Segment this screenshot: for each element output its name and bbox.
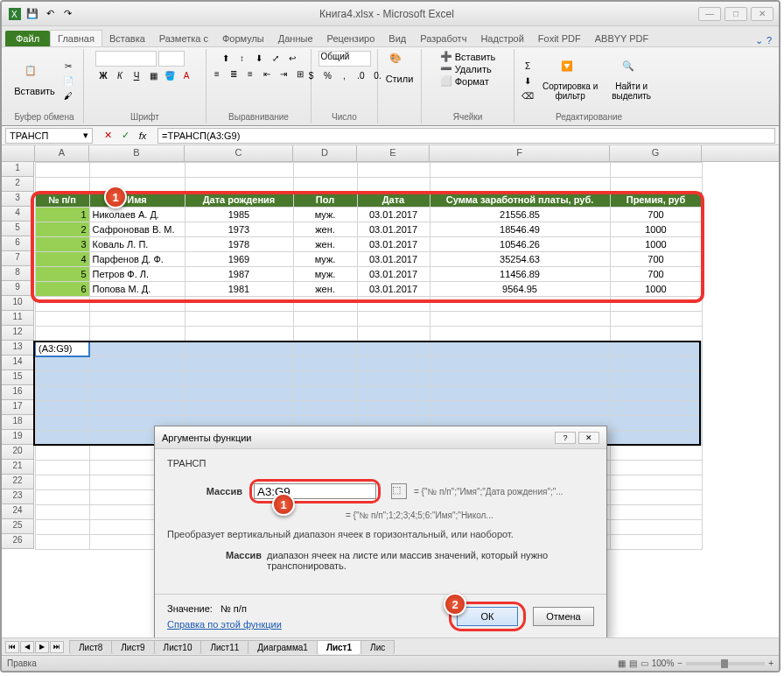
- range-picker-icon[interactable]: ⬚: [391, 483, 407, 499]
- sheet-tab[interactable]: Диаграмма1: [248, 640, 318, 654]
- fill-icon[interactable]: ⬇: [520, 74, 536, 88]
- align-top-icon[interactable]: ⬆: [218, 51, 234, 65]
- text-color-icon[interactable]: A: [178, 68, 194, 82]
- chevron-down-icon[interactable]: ▾: [83, 130, 88, 141]
- cut-icon[interactable]: ✂: [60, 59, 76, 73]
- sheet-nav-last[interactable]: ⏭: [50, 641, 64, 653]
- dec-inc-icon[interactable]: .0: [354, 68, 369, 82]
- tab-review[interactable]: Рецензиро: [320, 31, 382, 46]
- tab-layout[interactable]: Разметка с: [152, 31, 215, 46]
- zoom-out-icon[interactable]: −: [677, 658, 682, 668]
- border-icon[interactable]: ▦: [145, 68, 161, 82]
- row-header[interactable]: 7: [2, 251, 34, 266]
- col-header[interactable]: D: [293, 145, 357, 161]
- row-header[interactable]: 5: [2, 222, 34, 236]
- tab-formulas[interactable]: Формулы: [215, 31, 271, 46]
- italic-icon[interactable]: К: [112, 68, 128, 82]
- orientation-icon[interactable]: ⤢: [268, 51, 284, 65]
- row-header[interactable]: 24: [2, 504, 34, 519]
- paste-button[interactable]: 📋 Вставить: [12, 63, 57, 98]
- cancel-button[interactable]: Отмена: [533, 607, 594, 626]
- tab-data[interactable]: Данные: [271, 31, 320, 46]
- row-header[interactable]: 18: [2, 415, 34, 430]
- argument-input[interactable]: [254, 483, 376, 499]
- align-center-icon[interactable]: ≣: [226, 67, 242, 81]
- bold-icon[interactable]: Ж: [95, 68, 111, 82]
- sheet-tab[interactable]: Лист11: [200, 640, 248, 654]
- sheet-tab[interactable]: Лист9: [111, 640, 154, 654]
- indent-dec-icon[interactable]: ⇤: [259, 67, 275, 81]
- format-painter-icon[interactable]: 🖌: [60, 88, 76, 102]
- function-help-link[interactable]: Справка по этой функции: [167, 619, 282, 630]
- row-header[interactable]: 16: [2, 385, 34, 400]
- tab-view[interactable]: Вид: [382, 31, 413, 46]
- dialog-close-icon[interactable]: ✕: [578, 432, 599, 444]
- row-header[interactable]: 21: [2, 460, 34, 475]
- row-header[interactable]: 13: [2, 341, 34, 356]
- fx-icon[interactable]: fx: [135, 128, 150, 144]
- view-normal-icon[interactable]: ▦: [618, 658, 626, 668]
- format-cell-icon[interactable]: ⬜: [440, 75, 452, 87]
- col-header[interactable]: B: [89, 145, 185, 161]
- row-header[interactable]: 20: [2, 445, 34, 460]
- row-header[interactable]: 15: [2, 370, 34, 385]
- delete-cell-icon[interactable]: ➖: [440, 63, 452, 74]
- col-header[interactable]: G: [610, 145, 702, 161]
- clear-icon[interactable]: ⌫: [520, 88, 536, 102]
- row-header[interactable]: 10: [2, 296, 34, 311]
- wrap-text-icon[interactable]: ↩: [284, 51, 300, 65]
- sheet-tab[interactable]: Лист8: [69, 640, 112, 654]
- view-break-icon[interactable]: ▭: [640, 658, 648, 668]
- row-header[interactable]: 11: [2, 311, 34, 326]
- insert-cell-icon[interactable]: ➕: [440, 51, 452, 62]
- view-layout-icon[interactable]: ▤: [629, 658, 637, 668]
- indent-inc-icon[interactable]: ⇥: [276, 67, 291, 81]
- sheet-nav-prev[interactable]: ◀: [20, 641, 34, 653]
- tab-insert[interactable]: Вставка: [102, 31, 152, 46]
- row-header[interactable]: 23: [2, 489, 34, 504]
- font-family-select[interactable]: [95, 51, 157, 67]
- sheet-nav-first[interactable]: ⏮: [5, 641, 19, 653]
- sheet-tab-active[interactable]: Лист1: [317, 640, 361, 654]
- formula-input[interactable]: =ТРАНСП(A3:G9): [158, 128, 775, 144]
- number-format-select[interactable]: Общий: [318, 51, 371, 67]
- cancel-formula-icon[interactable]: ✕: [100, 128, 116, 144]
- row-header[interactable]: 17: [2, 400, 34, 415]
- font-size-select[interactable]: [158, 51, 185, 67]
- maximize-button[interactable]: □: [724, 7, 747, 21]
- zoom-level[interactable]: 100%: [652, 658, 675, 668]
- fill-color-icon[interactable]: 🪣: [162, 68, 178, 82]
- minimize-ribbon-icon[interactable]: ⌄: [755, 35, 763, 46]
- tab-foxit[interactable]: Foxit PDF: [531, 31, 588, 46]
- ok-button[interactable]: ОК: [457, 607, 518, 626]
- sort-filter-button[interactable]: 🔽 Сортировка и фильтр: [539, 59, 601, 102]
- col-header[interactable]: A: [35, 145, 89, 161]
- accept-formula-icon[interactable]: ✓: [117, 128, 133, 144]
- zoom-slider[interactable]: [686, 662, 765, 665]
- row-header[interactable]: 25: [2, 519, 34, 534]
- help-icon[interactable]: ?: [766, 35, 772, 46]
- row-header[interactable]: 6: [2, 236, 34, 251]
- row-header[interactable]: 19: [2, 430, 34, 445]
- row-header[interactable]: 2: [2, 177, 34, 192]
- tab-abbyy[interactable]: ABBYY PDF: [588, 31, 656, 46]
- row-header[interactable]: 22: [2, 475, 34, 489]
- row-header[interactable]: 14: [2, 356, 34, 370]
- col-header[interactable]: C: [185, 145, 293, 161]
- tab-developer[interactable]: Разработч: [413, 31, 473, 46]
- align-bottom-icon[interactable]: ⬇: [251, 51, 267, 65]
- name-box[interactable]: ТРАНСП▾: [5, 128, 93, 144]
- file-tab[interactable]: Файл: [5, 31, 50, 46]
- tab-addins[interactable]: Надстрой: [473, 31, 530, 46]
- percent-icon[interactable]: %: [320, 68, 336, 82]
- align-middle-icon[interactable]: ↕: [234, 51, 250, 65]
- align-left-icon[interactable]: ≡: [209, 67, 225, 81]
- row-header[interactable]: 9: [2, 281, 34, 296]
- sheet-tab[interactable]: Лис: [360, 640, 395, 654]
- undo-icon[interactable]: ↶: [42, 6, 58, 22]
- save-icon[interactable]: 💾: [24, 6, 40, 22]
- styles-button[interactable]: 🎨 Стили: [384, 51, 416, 86]
- sheet-nav-next[interactable]: ▶: [35, 641, 49, 653]
- underline-icon[interactable]: Ч: [129, 68, 144, 82]
- sum-icon[interactable]: Σ: [520, 59, 536, 73]
